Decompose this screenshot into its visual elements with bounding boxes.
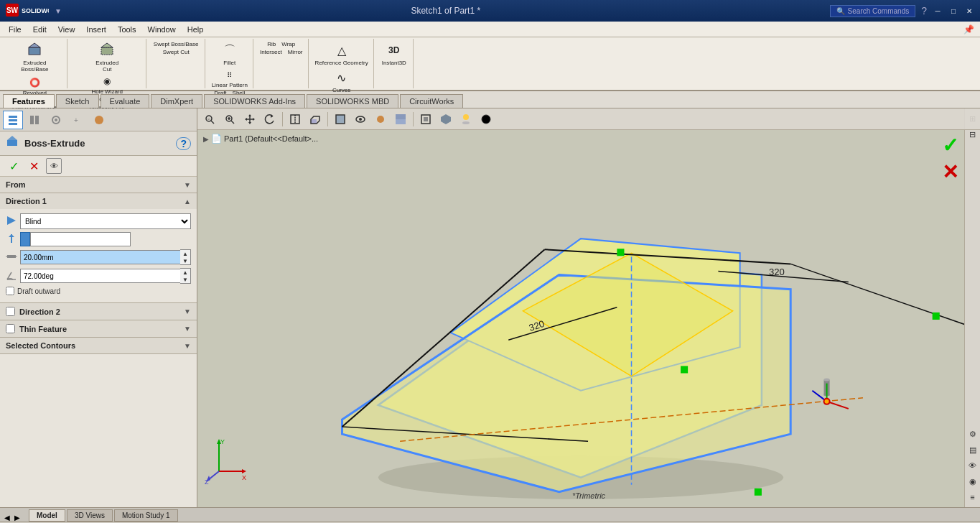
direction2-checkbox[interactable] xyxy=(6,307,15,316)
viewport: ⌕ xyxy=(197,108,980,507)
reference-geometry-button[interactable]: △ Reference Geometry xyxy=(313,40,370,68)
window-controls[interactable]: 🔍 Search Commands ? ─ □ ✕ xyxy=(830,5,974,17)
end-condition-select[interactable]: Blind Through All Through All-Both Up To… xyxy=(20,213,191,229)
swept-boss-base-button[interactable]: Swept Boss/Base xyxy=(151,40,201,48)
direction1-section-header[interactable]: Direction 1 ▲ xyxy=(0,193,197,209)
vp-zoom-fit-btn[interactable]: ⌕ xyxy=(200,111,219,128)
feature-manager-icon[interactable] xyxy=(3,111,23,129)
tab-evaluate[interactable]: Evaluate xyxy=(101,94,150,108)
menu-window[interactable]: Window xyxy=(142,24,182,35)
preview-button[interactable]: 👁 xyxy=(46,158,62,174)
tree-root[interactable]: ▶ 📄 Part1 (Default<<Default>... xyxy=(203,133,318,144)
depth-spin-down[interactable]: ▼ xyxy=(180,257,190,264)
vp-section-view-btn[interactable] xyxy=(286,111,304,128)
menu-edit[interactable]: Edit xyxy=(27,24,52,35)
vp-scene-btn[interactable] xyxy=(391,111,410,128)
pin-icon[interactable]: 📌 xyxy=(961,24,977,34)
vp-rotate-btn[interactable] xyxy=(261,111,279,128)
depth-spin-up[interactable]: ▲ xyxy=(180,250,190,257)
draft-outward-label[interactable]: Draft outward xyxy=(6,287,60,295)
menu-file[interactable]: File xyxy=(3,24,27,35)
depth-spin: ▲ ▼ xyxy=(180,249,191,265)
nav-prev-btn[interactable]: ◀ xyxy=(3,514,11,522)
tab-features[interactable]: Features xyxy=(3,94,55,108)
tab-motion-study[interactable]: Motion Study 1 xyxy=(114,509,178,522)
direction2-section-header[interactable]: Direction 2 ▼ xyxy=(0,303,197,320)
extruded-boss-base-button[interactable]: Extruded Boss/Base xyxy=(19,40,50,74)
viewport-toolbar: ⌕ xyxy=(197,108,980,130)
menu-insert[interactable]: Insert xyxy=(80,24,112,35)
feature-help-btn[interactable]: ? xyxy=(176,137,191,150)
search-box[interactable]: 🔍 Search Commands xyxy=(830,5,916,17)
tab-addins[interactable]: SOLIDWORKS Add-Ins xyxy=(204,94,305,108)
extruded-cut-button[interactable]: Extruded Cut xyxy=(91,40,123,74)
vp-hide-show-btn[interactable] xyxy=(351,111,370,128)
dimxpert-manager-icon[interactable]: + xyxy=(67,111,88,129)
svg-rect-7 xyxy=(9,116,17,118)
rp-view-btn[interactable]: 👁 xyxy=(966,458,980,473)
vp-view-orientation-btn[interactable] xyxy=(306,111,325,128)
tab-sketch[interactable]: Sketch xyxy=(56,94,99,108)
nav-next-btn[interactable]: ▶ xyxy=(13,514,22,522)
accept-button[interactable]: ✓ xyxy=(6,158,22,174)
reference-icon: △ xyxy=(333,42,350,59)
viewport-accept-btn[interactable]: ✓ xyxy=(942,134,958,157)
appearance-manager-icon[interactable] xyxy=(89,111,109,129)
angle-input[interactable] xyxy=(20,269,180,283)
vp-edit-appearance-btn[interactable] xyxy=(371,111,390,128)
viewport-reject-btn[interactable]: ✕ xyxy=(942,160,958,184)
hole-wizard-button[interactable]: ◉ Hole Wizard xyxy=(89,74,125,96)
wrap-button[interactable]: Wrap xyxy=(279,40,297,48)
intersect-button[interactable]: Intersect xyxy=(258,48,284,56)
selected-contours-arrow: ▼ xyxy=(184,342,191,350)
vp-view-settings-btn[interactable] xyxy=(416,111,435,128)
boss-extrude-icon xyxy=(6,134,20,152)
rp-more-btn[interactable]: ≡ xyxy=(966,490,980,504)
rp-settings-btn[interactable]: ⚙ xyxy=(966,427,980,441)
tab-3dviews[interactable]: 3D Views xyxy=(67,509,113,522)
depth-input[interactable] xyxy=(20,250,180,264)
menu-tools[interactable]: Tools xyxy=(112,24,142,35)
tab-model[interactable]: Model xyxy=(29,509,65,522)
menubar: File Edit View Insert Tools Window Help … xyxy=(0,22,980,37)
vp-ambient-occlusion-btn[interactable] xyxy=(477,111,495,128)
selected-contours-header[interactable]: Selected Contours ▼ xyxy=(0,338,197,353)
curves-button[interactable]: ∿ Curves xyxy=(326,68,358,95)
svg-rect-45 xyxy=(396,119,406,124)
restore-btn[interactable]: □ xyxy=(948,6,958,16)
thin-feature-section: Thin Feature ▼ xyxy=(0,320,197,338)
mirror-button[interactable]: Mirror xyxy=(286,48,305,56)
angle-spin-up[interactable]: ▲ xyxy=(180,269,190,276)
direction-input[interactable] xyxy=(30,232,131,246)
vp-realview-btn[interactable] xyxy=(437,111,455,128)
reject-button[interactable]: ✕ xyxy=(26,158,42,174)
rp-sphere-btn[interactable]: ◉ xyxy=(966,474,980,489)
tab-mbd[interactable]: SOLIDWORKS MBD xyxy=(307,94,398,108)
instant3d-button[interactable]: 3D Instant3D xyxy=(378,40,410,68)
vp-display-style-btn[interactable] xyxy=(331,111,350,128)
vp-zoom-btn[interactable] xyxy=(220,111,239,128)
property-manager-icon[interactable] xyxy=(24,111,45,129)
vp-pan-btn[interactable] xyxy=(241,111,259,128)
svg-text:X: X xyxy=(242,474,246,481)
thin-feature-checkbox[interactable] xyxy=(6,324,15,333)
menu-view[interactable]: View xyxy=(52,24,81,35)
fillet-button[interactable]: ⌒ Fillet xyxy=(214,40,246,68)
left-panel: + Boss-Extrude ? ✓ ✕ 👁 From ▼ xyxy=(0,108,197,507)
thin-feature-section-header[interactable]: Thin Feature ▼ xyxy=(0,320,197,337)
angle-spin-down[interactable]: ▼ xyxy=(180,276,190,283)
help-icon[interactable]: ? xyxy=(921,5,927,17)
vp-shadows-btn[interactable] xyxy=(457,111,475,128)
tab-circuitworks[interactable]: CircuitWorks xyxy=(400,94,463,108)
tab-dimxpert[interactable]: DimXpert xyxy=(151,94,202,108)
rib-button[interactable]: Rib xyxy=(265,40,278,48)
config-manager-icon[interactable] xyxy=(46,111,66,129)
minimize-btn[interactable]: ─ xyxy=(933,6,943,16)
rp-filter-btn[interactable]: ▤ xyxy=(966,443,980,457)
swept-cut-button[interactable]: Swept Cut xyxy=(161,48,192,56)
menu-help[interactable]: Help xyxy=(182,24,210,35)
linear-pattern-button[interactable]: ⠿ Linear Pattern xyxy=(210,68,250,89)
draft-outward-checkbox[interactable] xyxy=(6,287,14,295)
from-section-header[interactable]: From ▼ xyxy=(0,177,197,193)
close-btn[interactable]: ✕ xyxy=(964,6,974,16)
